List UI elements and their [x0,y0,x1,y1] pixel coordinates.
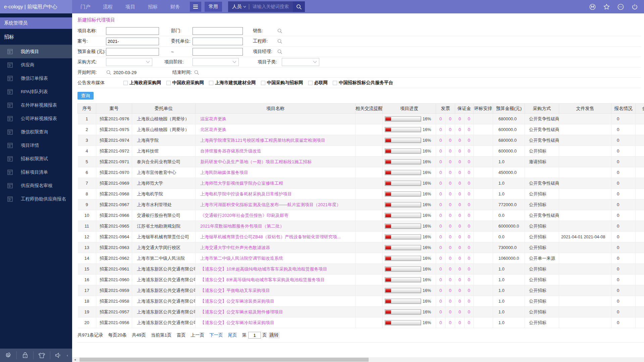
deposit-count-link[interactable]: 0 [468,181,470,186]
invoice-count-link[interactable]: 0 [439,191,442,196]
theme-icon[interactable] [34,352,50,359]
invoice-count-link[interactable]: 0 [449,277,451,282]
deposit-count-link[interactable]: 0 [468,116,470,121]
deposit-count-link[interactable]: 0 [459,138,461,143]
sidebar-item[interactable]: 在外评标视频报表 [0,99,72,112]
invoice-count-link[interactable]: 0 [439,224,442,229]
deposit-count-link[interactable]: 0 [468,224,470,229]
nav-item[interactable]: 流程 [97,0,119,13]
deposit-count-link[interactable]: 0 [459,148,461,154]
deposit-count-link[interactable]: 0 [459,224,461,229]
sidebar-item[interactable]: 项目详情 [0,139,72,152]
project-link[interactable]: 上海民防融媒体服务项目 [200,170,248,175]
sidebar-item[interactable]: 供应商报名审核 [0,179,72,192]
deposit-count-link[interactable]: 0 [459,309,461,314]
deposit-count-link[interactable]: 0 [459,159,461,164]
query-button[interactable]: 查询 [77,92,94,100]
project-link[interactable]: 《交通银行2020年社会责任报告》印刷及邮寄 [200,213,288,218]
more-icon[interactable] [618,4,624,10]
deposit-count-link[interactable]: 0 [459,277,461,282]
deposit-count-link[interactable]: 0 [468,309,470,314]
m-badge-icon[interactable] [589,4,596,10]
project-link[interactable]: 新药研发中心及生产基地（一期）项目工程标段1施工招标 [200,159,312,164]
media-checkbox[interactable]: 必联网 [308,80,328,86]
new-project-link[interactable]: 新建招标代理项目 [77,17,115,23]
invoice-count-link[interactable]: 0 [449,116,451,121]
deposit-count-link[interactable]: 0 [459,170,461,175]
project-link[interactable]: 【浦东公交】10米超高级纯电动城市客车采购及电池租赁服务项目 [200,266,327,272]
invoice-count-link[interactable]: 0 [439,127,442,132]
invoice-count-link[interactable]: 0 [449,266,451,272]
lock-icon[interactable] [17,352,33,359]
media-checkbox[interactable]: 中国采购与招标网 [261,80,303,86]
project-link[interactable]: 上海电机学院中控设备耗材采购及日常维护项目 [200,191,292,196]
invoice-count-link[interactable]: 0 [449,191,451,196]
deposit-count-link[interactable]: 0 [468,256,470,261]
client-input[interactable] [193,38,243,45]
project-link[interactable]: 2021年度数据地图服务外包项目（第二批） [200,224,284,229]
sidebar-item[interactable]: 微信权限查询 [0,125,72,139]
deposit-count-link[interactable]: 0 [459,234,461,239]
project-link[interactable]: 【浦东公交】8米高等级纯电动城市客车采购及电池租赁服务项目 [200,277,325,282]
project-link[interactable]: 北区花卉更换 [200,127,226,132]
invoice-count-link[interactable]: 0 [449,256,451,261]
invoice-count-link[interactable]: 0 [449,213,451,218]
invoice-count-link[interactable]: 0 [439,202,442,207]
sidebar-item[interactable]: 招标项目清单 [0,166,72,179]
deposit-count-link[interactable]: 0 [468,299,470,304]
end-date-picker-icon[interactable] [194,70,199,75]
horizontal-scrollbar[interactable]: ◄ [72,357,644,362]
project-link[interactable]: 自博馆服务器存储系统升级改造 [200,148,261,154]
sidebar-item[interactable]: 公司评标视频报表 [0,112,72,125]
media-checkbox[interactable]: 上海市建筑建材业网 [209,80,256,86]
sales-browse-icon[interactable] [277,28,282,34]
invoice-count-link[interactable]: 0 [439,309,442,314]
settings-icon[interactable] [0,352,16,359]
project-link[interactable]: 上海师范大学影视传媒学院办公室修缮工程 [200,181,283,186]
project-link[interactable]: 上海市第二中级人民法院空调节能改造系统 [200,256,283,261]
deposit-count-link[interactable]: 0 [468,277,470,282]
dept-input[interactable] [193,27,243,35]
invoice-count-link[interactable]: 0 [449,320,451,325]
deposit-count-link[interactable]: 0 [468,191,470,196]
project-link[interactable]: 上海市河湖面积变化指标监测及信息发布——航片监测项目（2021年度） [200,202,341,207]
invoice-count-link[interactable]: 0 [449,299,451,304]
search-category-dropdown[interactable]: 人员 [228,4,248,10]
invoice-count-link[interactable]: 0 [449,170,451,175]
nav-item[interactable]: 项目 [119,0,142,13]
invoice-count-link[interactable]: 0 [439,138,442,143]
search-input[interactable]: 请输入关键词搜索 [250,4,293,10]
project-link[interactable]: 上海烟草机械有限责任公司ZB48（双铝包）产线设备智能化管理研究项... [200,234,341,239]
project-link[interactable]: 【浦东公交】公交车辆水箱及附件修理项目 [200,309,283,314]
project-link[interactable]: 温室花卉更换 [200,116,226,121]
deposit-count-link[interactable]: 0 [459,213,461,218]
media-checkbox[interactable]: 上海政府采购网 [123,80,161,86]
invoice-count-link[interactable]: 0 [439,299,442,304]
deposit-count-link[interactable]: 0 [468,138,470,143]
deposit-count-link[interactable]: 0 [459,288,461,293]
invoice-count-link[interactable]: 0 [439,288,442,293]
invoice-count-link[interactable]: 0 [449,202,451,207]
deposit-count-link[interactable]: 0 [468,202,470,207]
deposit-count-link[interactable]: 0 [468,234,470,239]
jump-page-input[interactable] [248,332,261,339]
deposit-count-link[interactable]: 0 [459,191,461,196]
next-page-link[interactable]: 下一页 [209,332,223,338]
sidebar-item[interactable]: 微信订单报表 [0,72,72,85]
case-input[interactable] [106,38,159,45]
invoice-count-link[interactable]: 0 [439,116,442,121]
media-checkbox[interactable]: 中国招标投标公共服务平台 [333,80,393,86]
sidebar-item[interactable]: RPA排队列表 [0,85,72,99]
deposit-count-link[interactable]: 0 [459,256,461,261]
deposit-count-link[interactable]: 0 [459,127,461,132]
project-link[interactable]: 【浦东公交】公交车辆涂装类采购项目 [200,299,274,304]
deposit-count-link[interactable]: 0 [459,202,461,207]
star-icon[interactable] [603,4,610,10]
jump-button[interactable]: 跳转 [269,332,280,339]
project-name-input[interactable] [106,27,159,35]
invoice-count-link[interactable]: 0 [439,245,442,250]
budget-max-input[interactable] [193,48,243,56]
deposit-count-link[interactable]: 0 [468,170,470,175]
project-link[interactable]: 【浦东公交】平衡电动叉车采购项目 [200,288,270,293]
budget-min-input[interactable] [106,48,159,56]
